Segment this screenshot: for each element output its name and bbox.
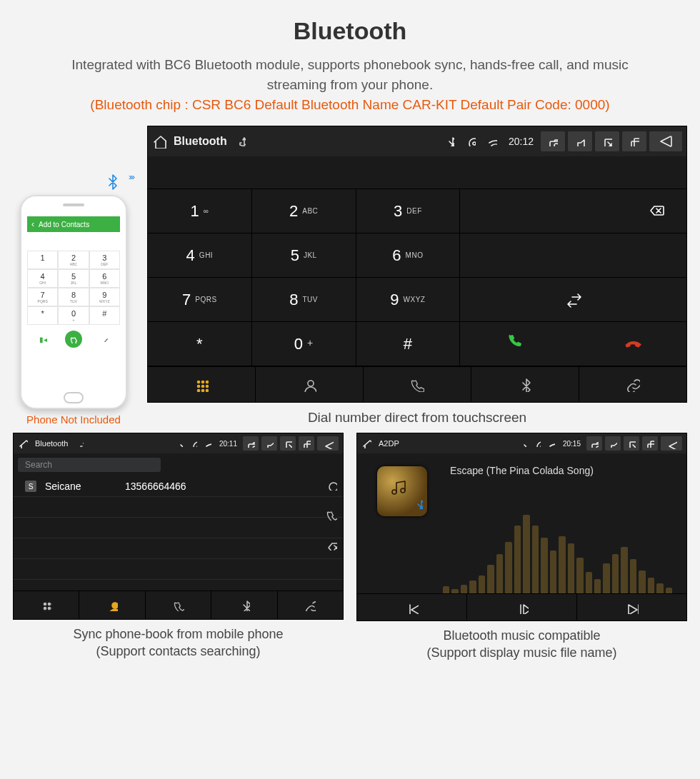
dialer-screenshot: Bluetooth 20:12 1∞2ABC3DEF4GHI5JKL6MNO7P… [147, 126, 687, 403]
nav-bluetooth[interactable] [471, 367, 579, 402]
contact-badge: S [25, 481, 36, 492]
bluetooth-specs: (Bluetooth chip : CSR BC6 Default Blueto… [0, 97, 700, 113]
close-app-button[interactable] [624, 436, 639, 451]
recents-button[interactable] [622, 131, 646, 151]
backspace-button[interactable] [460, 189, 686, 233]
play-pause-button[interactable] [467, 594, 577, 620]
mock-key-8: 8TUV [58, 288, 89, 306]
wifi-icon [483, 131, 501, 151]
mock-header-text: Add to Contacts [39, 221, 89, 228]
page-description: Integrated with BC6 Bluetooth module, su… [43, 55, 657, 94]
key-0[interactable]: 0+ [252, 322, 356, 366]
contact-row-empty [14, 538, 343, 559]
nav-dialpad[interactable] [148, 367, 256, 402]
equalizer-visual [443, 515, 672, 593]
status-time: 20:15 [563, 440, 581, 448]
next-track-button[interactable] [577, 594, 686, 620]
mock-call-button [65, 331, 82, 348]
status-time: 20:12 [509, 136, 534, 147]
back-button[interactable] [317, 436, 339, 451]
close-app-button[interactable] [280, 436, 296, 451]
mock-key-5: 5JKL [58, 269, 89, 288]
swap-button[interactable] [460, 278, 686, 322]
nav-contacts[interactable] [79, 591, 145, 619]
close-app-button[interactable] [595, 131, 619, 151]
search-icon[interactable] [326, 479, 337, 493]
key-6[interactable]: 6MNO [356, 233, 461, 278]
mock-key-1: 1 [27, 251, 58, 269]
key-#[interactable]: # [356, 322, 461, 366]
prev-track-button[interactable] [357, 594, 467, 620]
phonebook-caption: Sync phone-book from mobile phone(Suppor… [13, 625, 344, 660]
music-screenshot: A2DP 20:15 Escape (The Pina Colada Song) [356, 433, 687, 621]
nav-bluetooth[interactable] [211, 591, 277, 619]
mock-key-4: 4GHI [27, 269, 58, 288]
status-title: A2DP [379, 439, 399, 448]
location-icon [461, 131, 480, 151]
status-time: 20:11 [219, 440, 237, 448]
page-title: Bluetooth [0, 17, 700, 45]
bluetooth-status-icon [440, 131, 459, 151]
key-7[interactable]: 7PQRS [148, 278, 252, 322]
key-5[interactable]: 5JKL [252, 233, 356, 278]
recents-button[interactable] [642, 436, 658, 451]
key-4[interactable]: 4GHI [148, 233, 252, 278]
status-title: Bluetooth [35, 439, 68, 448]
nav-pairing[interactable] [278, 591, 343, 619]
home-icon[interactable] [361, 438, 371, 448]
key-9[interactable]: 9WXYZ [356, 278, 461, 322]
wifi-icon [202, 433, 214, 453]
volume-button[interactable] [261, 436, 277, 451]
home-icon[interactable] [18, 438, 28, 448]
mock-backspace-icon [101, 335, 108, 343]
key-3[interactable]: 3DEF [356, 189, 461, 233]
key-*[interactable]: * [148, 322, 252, 366]
mock-key-9: 9WXYZ [89, 288, 120, 306]
mock-key-0: 0+ [58, 306, 89, 325]
call-button[interactable] [460, 322, 573, 366]
key-1[interactable]: 1∞ [148, 189, 252, 233]
nav-dialpad[interactable] [14, 591, 79, 619]
track-title: Escape (The Pina Colada Song) [450, 465, 594, 476]
nav-calllog[interactable] [146, 591, 211, 619]
back-button[interactable] [649, 131, 682, 151]
status-title: Bluetooth [174, 135, 227, 148]
contact-row-empty [14, 559, 343, 580]
mock-key-7: 7PQRS [27, 288, 58, 306]
volume-button[interactable] [605, 436, 621, 451]
spacer-cell [460, 233, 686, 278]
nav-calllog[interactable] [364, 367, 471, 402]
screenshot-button[interactable] [586, 436, 602, 451]
smartphone-mock: ››› ‹ Add to Contacts 1 2ABC3DEF4GHI5JKL… [20, 195, 127, 409]
dial-contact-icon[interactable] [326, 509, 337, 523]
mock-key-2: 2ABC [58, 251, 89, 269]
dialer-caption: Dial number direct from touchscreen [147, 410, 687, 426]
key-8[interactable]: 8TUV [252, 278, 356, 322]
bluetooth-status-icon [517, 433, 529, 453]
hangup-button[interactable] [574, 322, 686, 366]
home-icon[interactable] [152, 134, 166, 149]
dial-display [148, 156, 686, 189]
recents-button[interactable] [299, 436, 314, 451]
album-art-icon [377, 466, 427, 516]
contact-number: 13566664466 [125, 481, 186, 492]
screenshot-button[interactable] [541, 131, 565, 151]
phone-not-included-caption: Phone Not Included [13, 413, 134, 426]
back-button[interactable] [661, 436, 682, 451]
contact-name: Seicane [45, 481, 116, 492]
contact-search-input[interactable]: Search [18, 458, 161, 472]
mock-add-to-contacts: ‹ Add to Contacts [27, 216, 120, 232]
mock-name-field [27, 232, 120, 251]
screenshot-button[interactable] [243, 436, 259, 451]
nav-pairing[interactable] [579, 367, 686, 402]
delete-contact-icon[interactable] [326, 539, 337, 553]
location-icon [531, 433, 543, 453]
volume-button[interactable] [568, 131, 592, 151]
key-2[interactable]: 2ABC [252, 189, 356, 233]
nav-contacts[interactable] [256, 367, 364, 402]
usb-icon [76, 440, 84, 447]
contact-row[interactable]: S Seicane 13566664466 [14, 476, 343, 497]
back-arrow-icon: ‹ [31, 219, 34, 229]
mock-key-*: * [27, 306, 58, 325]
bluetooth-status-icon [174, 433, 185, 453]
